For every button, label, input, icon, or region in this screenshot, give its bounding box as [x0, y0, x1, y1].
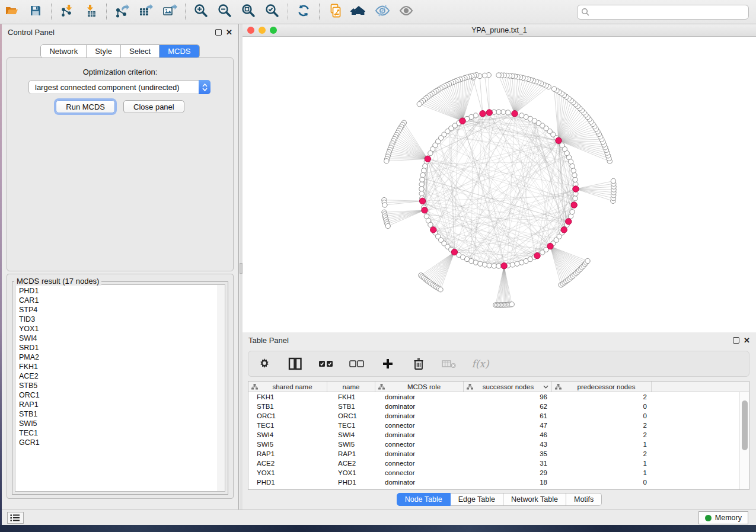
function-builder-button[interactable]: f(x) — [473, 356, 488, 371]
cell-shared-name[interactable]: PHD1 — [248, 477, 327, 487]
mcds-result-item[interactable]: STB1 — [19, 409, 214, 419]
cell-MCDS-role[interactable]: dominator — [375, 392, 464, 402]
show-column-panel-button[interactable] — [288, 356, 303, 371]
mcds-result-item[interactable]: TID3 — [19, 315, 214, 324]
table-row[interactable]: STB1STB1dominator620 — [248, 402, 739, 411]
cell-shared-name[interactable]: ORC1 — [248, 411, 327, 421]
save-session-button[interactable] — [24, 2, 47, 22]
cell-MCDS-role[interactable]: dominator — [375, 477, 464, 487]
graph-node[interactable] — [419, 187, 424, 191]
cell-MCDS-role[interactable]: dominator — [375, 449, 464, 459]
graph-mcds-hub-node[interactable] — [460, 118, 465, 124]
graph-node[interactable] — [422, 168, 426, 173]
graph-mcds-hub-node[interactable] — [480, 111, 486, 117]
column-header-predecessor-nodes[interactable]: predecessor nodes — [552, 382, 652, 392]
graph-node[interactable] — [419, 191, 424, 196]
zoom-in-button[interactable] — [189, 2, 213, 22]
clone-network-button[interactable] — [323, 2, 347, 22]
graph-node[interactable] — [501, 110, 506, 114]
mcds-result-item[interactable]: SWI4 — [19, 334, 214, 343]
tab-network-table[interactable]: Network Table — [503, 493, 566, 506]
mcds-result-item[interactable]: SRD1 — [19, 343, 214, 352]
graph-node[interactable] — [571, 168, 576, 173]
export-image-button[interactable] — [158, 2, 181, 22]
mcds-result-item[interactable]: ORC1 — [19, 390, 214, 400]
export-network-button[interactable] — [110, 2, 134, 22]
graph-node[interactable] — [560, 143, 564, 148]
cell-MCDS-role[interactable]: connector — [375, 459, 464, 468]
graph-mcds-hub-node[interactable] — [534, 252, 540, 258]
mcds-result-item[interactable]: RAP1 — [19, 400, 214, 409]
graph-node[interactable] — [506, 110, 511, 115]
mcds-result-item[interactable]: FKH1 — [19, 362, 214, 371]
mcds-result-item[interactable]: PHD1 — [19, 286, 214, 296]
run-mcds-button[interactable]: Run MCDS — [56, 100, 115, 113]
graph-mcds-hub-node[interactable] — [566, 219, 572, 225]
mcds-result-item[interactable]: TEC1 — [19, 428, 214, 438]
open-file-button[interactable] — [0, 2, 24, 22]
cell-successor-nodes[interactable]: 46 — [464, 430, 552, 440]
create-column-button[interactable] — [380, 356, 395, 371]
graph-leaf-node[interactable] — [509, 302, 514, 307]
graph-leaf-node[interactable] — [382, 203, 387, 207]
mcds-result-item[interactable]: STP4 — [19, 305, 214, 315]
graph-node[interactable] — [515, 261, 519, 266]
float-table-panel-icon[interactable] — [733, 337, 739, 344]
cell-shared-name[interactable]: TEC1 — [248, 421, 327, 430]
table-row[interactable]: ACE2ACE2connector311 — [248, 459, 739, 468]
network-canvas[interactable] — [243, 37, 756, 332]
cell-successor-nodes[interactable]: 31 — [464, 459, 552, 468]
graph-node[interactable] — [570, 210, 575, 214]
graph-mcds-hub-node[interactable] — [556, 137, 562, 143]
graph-node[interactable] — [473, 260, 478, 265]
graph-node[interactable] — [573, 196, 578, 201]
cell-name[interactable]: FKH1 — [327, 392, 375, 402]
cell-successor-nodes[interactable]: 47 — [464, 421, 552, 430]
list-scrollbar[interactable] — [218, 285, 225, 491]
table-row[interactable]: ORC1ORC1dominator610 — [248, 411, 739, 421]
cell-shared-name[interactable]: RAP1 — [248, 449, 327, 459]
cell-successor-nodes[interactable]: 18 — [464, 477, 552, 487]
graph-mcds-hub-node[interactable] — [422, 207, 428, 213]
graph-mcds-hub-node[interactable] — [573, 186, 579, 192]
table-row[interactable]: YOX1YOX1connector291 — [248, 468, 739, 477]
table-scrollbar[interactable] — [739, 392, 749, 489]
table-row[interactable]: FKH1FKH1dominator962 — [248, 392, 739, 402]
graph-leaf-node[interactable] — [585, 258, 590, 263]
cell-name[interactable]: ACE2 — [327, 459, 375, 468]
graph-mcds-hub-node[interactable] — [419, 198, 425, 204]
task-history-button[interactable] — [7, 512, 24, 524]
mcds-result-item[interactable]: PMA2 — [19, 352, 214, 362]
mcds-result-list[interactable]: PHD1CAR1STP4TID3YOX1SWI4SRD1PMA2FKH1ACE2… — [15, 284, 225, 492]
show-all-button[interactable] — [394, 2, 418, 22]
cell-successor-nodes[interactable]: 43 — [464, 440, 552, 449]
graph-mcds-hub-node[interactable] — [547, 243, 553, 249]
tab-style[interactable]: Style — [87, 45, 121, 57]
cell-successor-nodes[interactable]: 35 — [464, 449, 552, 459]
cell-MCDS-role[interactable]: connector — [375, 440, 464, 449]
cell-name[interactable]: RAP1 — [327, 449, 375, 459]
cell-predecessor-nodes[interactable]: 0 — [552, 477, 652, 487]
zoom-fit-button[interactable] — [237, 2, 260, 22]
tab-motifs[interactable]: Motifs — [566, 493, 602, 506]
graph-mcds-hub-node[interactable] — [571, 202, 577, 208]
graph-node[interactable] — [496, 264, 501, 268]
table-row[interactable]: SWI4SWI4dominator462 — [248, 430, 739, 440]
graph-mcds-hub-node[interactable] — [430, 227, 436, 233]
cell-name[interactable]: SWI5 — [327, 440, 375, 449]
zoom-out-button[interactable] — [213, 2, 237, 22]
cell-predecessor-nodes[interactable]: 2 — [552, 392, 652, 402]
column-header-MCDS-role[interactable]: MCDS role — [375, 382, 464, 392]
table-row[interactable]: TEC1TEC1connector472 — [248, 421, 739, 430]
cell-shared-name[interactable]: ACE2 — [248, 459, 327, 468]
cell-MCDS-role[interactable]: dominator — [375, 411, 464, 421]
table-row[interactable]: PHD1PHD1dominator180 — [248, 477, 739, 487]
graph-leaf-node[interactable] — [482, 73, 487, 78]
graph-node[interactable] — [482, 262, 487, 267]
mcds-result-item[interactable]: SWI5 — [19, 419, 214, 428]
cell-predecessor-nodes[interactable]: 1 — [552, 468, 652, 477]
mcds-result-item[interactable]: GCR1 — [19, 438, 214, 447]
table-row[interactable]: SWI5SWI5connector431 — [248, 440, 739, 449]
cell-predecessor-nodes[interactable]: 1 — [552, 459, 652, 468]
cell-MCDS-role[interactable]: dominator — [375, 402, 464, 411]
